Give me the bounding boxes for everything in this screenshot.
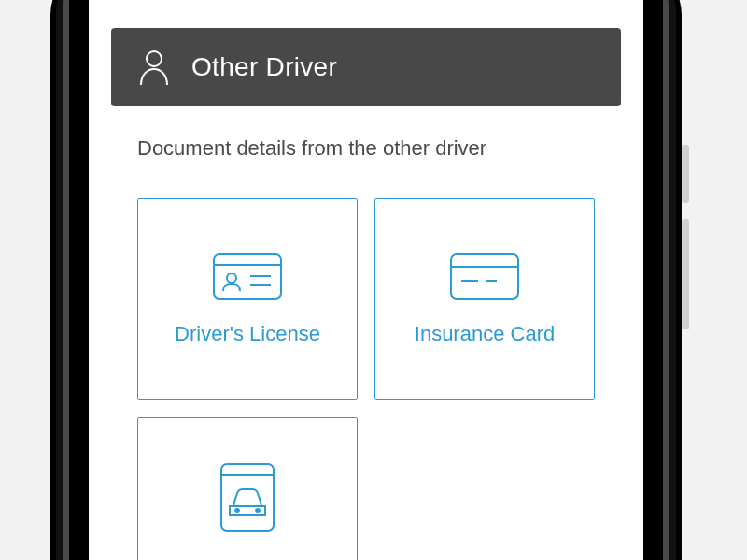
svg-rect-10 — [221, 464, 274, 531]
id-card-icon — [213, 253, 282, 300]
tile-label: Driver's License — [175, 322, 320, 346]
section-title: Other Driver — [191, 52, 337, 82]
svg-rect-6 — [451, 254, 518, 299]
section-header: Other Driver — [111, 28, 621, 106]
tile-insurance-card[interactable]: Insurance Card — [374, 198, 595, 400]
svg-point-3 — [227, 273, 236, 283]
tile-vehicle[interactable] — [137, 417, 358, 560]
vehicle-card-icon — [220, 463, 275, 532]
person-icon — [137, 49, 171, 86]
svg-point-0 — [147, 51, 162, 66]
section-subtitle: Document details from the other driver — [137, 136, 621, 161]
svg-point-13 — [256, 509, 260, 512]
phone-volume-button — [682, 219, 689, 329]
phone-side-button — [682, 145, 689, 203]
svg-point-12 — [235, 509, 239, 512]
tile-label: Insurance Card — [415, 322, 555, 346]
credit-card-icon — [450, 253, 519, 300]
tile-drivers-license[interactable]: Driver's License — [137, 198, 358, 400]
screen: Other Driver Document details from the o… — [89, 0, 643, 560]
svg-rect-1 — [214, 254, 281, 299]
